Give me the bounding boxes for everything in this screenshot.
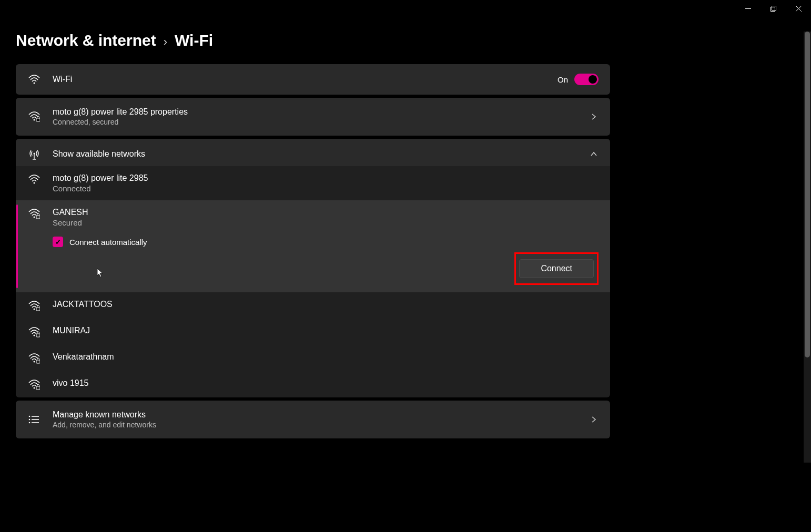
svg-point-20 — [34, 387, 35, 389]
svg-rect-2 — [772, 6, 776, 10]
selection-indicator — [16, 204, 18, 288]
chevron-right-icon — [589, 415, 599, 424]
connected-network-panel[interactable]: moto g(8) power lite 2985 properties Con… — [16, 98, 610, 136]
wifi-secured-icon — [27, 353, 41, 364]
svg-rect-7 — [36, 118, 40, 121]
connect-button[interactable]: Connect — [519, 259, 594, 278]
svg-rect-21 — [36, 386, 40, 390]
connected-network-title: moto g(8) power lite 2985 properties — [53, 107, 577, 117]
chevron-up-icon — [589, 149, 599, 159]
wifi-toggle[interactable]: On — [557, 74, 599, 85]
page-title: Wi-Fi — [175, 32, 213, 49]
wifi-label: Wi-Fi — [53, 75, 546, 84]
wifi-toggle-panel: Wi-Fi On — [16, 64, 610, 95]
window-controls — [735, 0, 811, 17]
network-item-selected[interactable]: GANESH Secured ✓ Connect automatically C… — [16, 200, 610, 292]
network-name: GANESH — [53, 208, 599, 217]
close-button[interactable] — [786, 0, 811, 17]
cursor-icon — [97, 268, 104, 278]
wifi-secured-icon — [27, 111, 41, 122]
wifi-icon — [27, 175, 41, 184]
available-networks-list: moto g(8) power lite 2985 Connected GANE… — [16, 166, 610, 397]
breadcrumb: Network & internet › Wi-Fi — [16, 32, 610, 49]
breadcrumb-parent[interactable]: Network & internet — [16, 32, 156, 49]
svg-rect-19 — [36, 360, 40, 363]
wifi-secured-icon — [27, 327, 41, 337]
network-name: vivo 1915 — [53, 378, 599, 388]
network-name: Venkatarathnam — [53, 352, 599, 362]
tutorial-highlight-box: Connect — [514, 252, 599, 285]
checkmark-icon: ✓ — [55, 238, 61, 246]
maximize-button[interactable] — [761, 0, 786, 17]
network-name: moto g(8) power lite 2985 — [53, 173, 599, 183]
manage-known-networks-panel[interactable]: Manage known networks Add, remove, and e… — [16, 401, 610, 438]
wifi-toggle-state-label: On — [557, 75, 568, 84]
available-networks-label: Show available networks — [53, 149, 577, 159]
chevron-right-icon — [589, 112, 599, 121]
network-item[interactable]: moto g(8) power lite 2985 Connected — [16, 166, 610, 200]
svg-point-18 — [34, 361, 35, 363]
network-name: MUNIRAJ — [53, 326, 599, 335]
wifi-secured-icon — [27, 209, 41, 219]
network-status: Secured — [53, 218, 599, 227]
wifi-secured-icon — [27, 380, 41, 390]
svg-rect-17 — [36, 334, 40, 337]
wifi-secured-icon — [27, 301, 41, 311]
list-icon — [27, 415, 41, 424]
network-item[interactable]: MUNIRAJ — [16, 319, 610, 345]
minimize-button[interactable] — [735, 0, 761, 17]
svg-point-11 — [34, 182, 35, 184]
antenna-icon — [27, 148, 41, 160]
svg-point-26 — [29, 422, 31, 424]
svg-point-24 — [29, 419, 31, 421]
network-status: Connected — [53, 184, 599, 193]
wifi-icon — [27, 75, 41, 84]
svg-point-16 — [34, 335, 35, 336]
vertical-scrollbar[interactable] — [804, 32, 811, 463]
svg-rect-1 — [771, 7, 775, 11]
network-item[interactable]: JACKTATTOOS — [16, 292, 610, 319]
manage-networks-subtitle: Add, remove, and edit networks — [53, 421, 577, 429]
available-networks-header[interactable]: Show available networks — [16, 139, 610, 169]
manage-networks-title: Manage known networks — [53, 410, 577, 420]
network-item[interactable]: vivo 1915 — [16, 371, 610, 397]
svg-point-6 — [34, 119, 35, 121]
svg-rect-15 — [36, 308, 40, 311]
svg-point-5 — [34, 83, 35, 84]
network-name: JACKTATTOOS — [53, 300, 599, 309]
connected-network-subtitle: Connected, secured — [53, 118, 577, 126]
svg-point-12 — [34, 217, 35, 218]
toggle-switch[interactable] — [574, 74, 599, 85]
svg-rect-13 — [36, 216, 40, 219]
auto-connect-label: Connect automatically — [69, 238, 147, 247]
svg-point-14 — [34, 309, 35, 310]
network-item[interactable]: Venkatarathnam — [16, 345, 610, 371]
svg-point-22 — [29, 416, 31, 417]
auto-connect-checkbox[interactable]: ✓ — [53, 237, 63, 247]
scrollbar-thumb[interactable] — [805, 32, 810, 357]
chevron-right-icon: › — [164, 35, 167, 49]
